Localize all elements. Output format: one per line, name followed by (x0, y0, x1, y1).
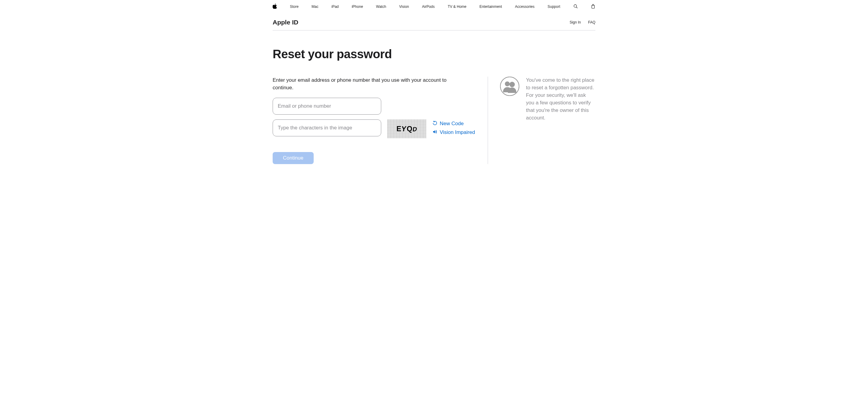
nav-watch[interactable]: Watch (376, 4, 386, 9)
nav-vision[interactable]: Vision (399, 4, 409, 9)
nav-ipad[interactable]: iPad (332, 4, 339, 9)
global-nav: Store Mac iPad iPhone Watch Vision AirPo… (273, 0, 595, 13)
page-title: Reset your password (273, 48, 595, 61)
signin-link[interactable]: Sign In (570, 20, 581, 25)
nav-iphone[interactable]: iPhone (352, 4, 363, 9)
instruction-text: Enter your email address or phone number… (273, 76, 466, 92)
svg-point-4 (509, 82, 515, 87)
continue-button[interactable]: Continue (273, 152, 314, 164)
nav-store[interactable]: Store (290, 4, 299, 9)
nav-entertainment[interactable]: Entertainment (479, 4, 502, 9)
vision-impaired-label: Vision Impaired (440, 129, 475, 135)
svg-line-1 (576, 7, 577, 8)
audio-icon (433, 129, 437, 136)
svg-point-0 (574, 4, 577, 7)
email-field[interactable] (273, 98, 381, 115)
form-column: Enter your email address or phone number… (273, 76, 488, 164)
svg-point-3 (505, 82, 510, 86)
bag-icon[interactable] (591, 4, 595, 10)
nav-accessories[interactable]: Accessories (515, 4, 535, 9)
new-code-label: New Code (440, 121, 464, 127)
refresh-icon (433, 121, 437, 127)
info-column: You've come to the right place to reset … (488, 76, 595, 164)
new-code-link[interactable]: New Code (433, 121, 475, 127)
sub-nav: Apple ID Sign In FAQ (273, 13, 595, 30)
nav-mac[interactable]: Mac (312, 4, 318, 9)
search-icon[interactable] (574, 4, 578, 10)
people-icon (500, 76, 519, 96)
info-text: You've come to the right place to reset … (526, 76, 595, 164)
nav-support[interactable]: Support (548, 4, 560, 9)
nav-airpods[interactable]: AirPods (422, 4, 435, 9)
captcha-field[interactable] (273, 120, 381, 136)
content: Reset your password Enter your email add… (273, 30, 595, 164)
faq-link[interactable]: FAQ (588, 20, 595, 25)
captcha-image: EYQD (387, 120, 427, 138)
apple-logo-icon[interactable] (273, 4, 277, 10)
sub-nav-title[interactable]: Apple ID (273, 19, 298, 26)
vision-impaired-link[interactable]: Vision Impaired (433, 129, 475, 136)
nav-tv-home[interactable]: TV & Home (447, 4, 466, 9)
